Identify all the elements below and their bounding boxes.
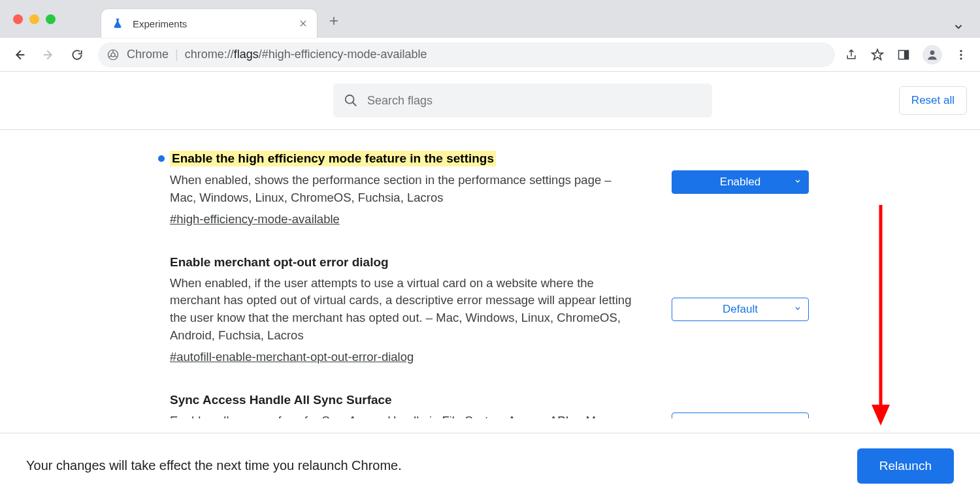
omnibox-url-bold: flags: [234, 48, 259, 61]
flag-anchor-link[interactable]: #high-efficiency-mode-available: [170, 212, 340, 226]
flag-anchor-link[interactable]: #autofill-enable-merchant-opt-out-error-…: [170, 350, 414, 364]
flask-icon: [112, 18, 123, 29]
chevron-down-icon: [794, 178, 802, 187]
window-controls: [13, 14, 56, 24]
flag-item-sync-access: Sync Access Handle All Sync Surface Enab…: [170, 393, 810, 418]
relaunch-button[interactable]: Relaunch: [857, 448, 954, 484]
tab-title: Experiments: [133, 18, 288, 29]
omnibox-url-prefix: chrome://: [185, 48, 234, 61]
svg-point-8: [346, 95, 354, 104]
close-icon[interactable]: [297, 18, 309, 29]
profile-avatar[interactable]: [923, 45, 942, 65]
back-button[interactable]: [8, 43, 31, 67]
browser-tab[interactable]: Experiments: [101, 9, 317, 38]
svg-point-4: [930, 50, 935, 55]
menu-icon[interactable]: [954, 48, 968, 62]
address-bar[interactable]: Chrome | chrome://flags/#high-efficiency…: [98, 42, 835, 67]
modified-indicator-icon: [158, 155, 165, 162]
flag-state-select[interactable]: Default: [672, 412, 809, 418]
flag-state-select[interactable]: Enabled: [672, 170, 809, 194]
reset-all-button[interactable]: Reset all: [899, 86, 967, 115]
flag-title: Enable merchant opt-out error dialog: [170, 255, 389, 270]
relaunch-bar: Your changes will take effect the next t…: [0, 433, 980, 498]
tab-strip: Experiments: [0, 0, 980, 38]
flag-state-select[interactable]: Default: [672, 298, 809, 321]
tabs-dropdown-icon[interactable]: [953, 21, 964, 35]
window-zoom-button[interactable]: [46, 14, 56, 24]
search-icon: [344, 93, 358, 108]
omnibox-origin-label: Chrome: [127, 48, 169, 61]
svg-point-5: [960, 50, 962, 52]
flag-description: When enabled, if the user attempts to us…: [170, 275, 639, 345]
new-tab-button[interactable]: [323, 10, 344, 31]
window-close-button[interactable]: [13, 14, 23, 24]
flag-description: When enabled, shows the performance sect…: [170, 172, 639, 207]
flag-state-value: Default: [723, 303, 758, 316]
share-icon[interactable]: [844, 48, 858, 62]
window-minimize-button[interactable]: [29, 14, 39, 24]
bookmark-icon[interactable]: [870, 48, 885, 62]
toolbar-right: [844, 45, 972, 65]
svg-point-1: [111, 53, 115, 57]
flag-state-value: Enabled: [720, 176, 760, 189]
browser-toolbar: Chrome | chrome://flags/#high-efficiency…: [0, 38, 980, 72]
flag-title: Enable the high efficiency mode feature …: [170, 151, 496, 166]
flag-description: Enables all-sync surface for SyncAccessH…: [170, 412, 639, 418]
omnibox-url-suffix: /#high-efficiency-mode-available: [259, 48, 427, 61]
flag-title: Sync Access Handle All Sync Surface: [170, 393, 392, 407]
omnibox-text: Chrome | chrome://flags/#high-efficiency…: [127, 48, 427, 61]
side-panel-icon[interactable]: [896, 48, 911, 62]
flag-state-value: Default: [723, 418, 758, 418]
search-flags-box[interactable]: [333, 84, 712, 117]
forward-button[interactable]: [37, 43, 60, 67]
flags-list: Enable the high efficiency mode feature …: [0, 130, 980, 418]
relaunch-message: Your changes will take effect the next t…: [26, 458, 402, 473]
flag-item-high-efficiency: Enable the high efficiency mode feature …: [170, 151, 810, 226]
chevron-down-icon: [794, 304, 802, 314]
flags-header: Reset all: [0, 72, 980, 130]
svg-point-7: [960, 57, 962, 59]
svg-rect-3: [904, 50, 909, 59]
reload-button[interactable]: [65, 43, 89, 67]
flag-item-merchant-opt-out: Enable merchant opt-out error dialog Whe…: [170, 255, 810, 364]
svg-point-6: [960, 54, 962, 55]
search-input[interactable]: [367, 94, 702, 108]
chrome-icon: [107, 49, 119, 61]
